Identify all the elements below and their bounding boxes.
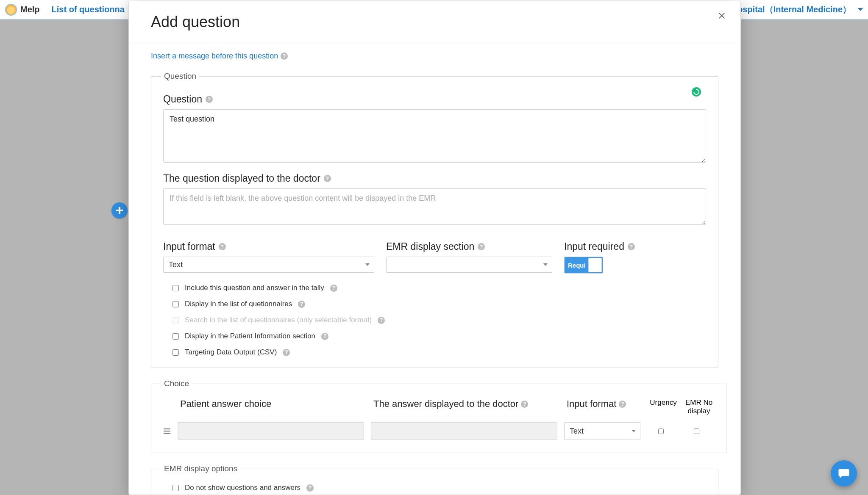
help-icon[interactable]: ?: [324, 175, 331, 182]
question-textarea[interactable]: [163, 109, 706, 163]
choice-header-doctor: The answer displayed to the doctor ?: [373, 398, 560, 409]
add-fab-behind-modal: [111, 202, 128, 218]
checkbox[interactable]: [172, 285, 179, 291]
question-legend: Question: [161, 72, 199, 81]
checkbox[interactable]: [172, 333, 179, 340]
input-format-value: Text: [169, 260, 183, 269]
choice-legend: Choice: [161, 379, 192, 388]
doctor-question-textarea[interactable]: [163, 188, 706, 225]
topbar-hospital-label: Hospital（Internal Medicine）: [732, 4, 851, 15]
choice-header-patient: Patient answer choice: [180, 398, 367, 409]
emr-section-select[interactable]: [386, 257, 552, 273]
chat-icon: [837, 467, 850, 480]
emr-display-options-section: EMR display options Do not show question…: [151, 464, 718, 495]
close-icon: [718, 11, 726, 20]
help-icon[interactable]: ?: [330, 285, 337, 292]
chat-fab[interactable]: [831, 460, 857, 487]
brand: Melp: [5, 4, 40, 16]
emr-section-label-row: EMR display section ?: [386, 241, 552, 252]
help-icon[interactable]: ?: [321, 333, 328, 340]
choice-header-urgency: Urgency: [650, 398, 677, 407]
help-icon[interactable]: ?: [619, 401, 626, 408]
emr-options-legend: EMR display options: [161, 464, 240, 473]
check-label: Search in the list of questionnaires (on…: [185, 316, 372, 324]
checkbox[interactable]: [172, 349, 179, 356]
doctor-answer-input[interactable]: [371, 422, 557, 440]
divider: [129, 42, 740, 42]
check-display-in-list[interactable]: Display in the list of quetionnaires ?: [172, 300, 706, 308]
help-icon[interactable]: ?: [306, 484, 314, 492]
help-icon[interactable]: ?: [219, 243, 226, 250]
help-icon[interactable]: ?: [206, 96, 213, 103]
add-question-modal: Add question Insert a message before thi…: [128, 1, 741, 495]
choice-row: Text: [163, 420, 714, 442]
toggle-knob: [588, 258, 602, 272]
chevron-down-icon: [858, 8, 863, 11]
choice-header-row: Patient answer choice The answer display…: [163, 396, 714, 420]
question-label: Question: [163, 94, 202, 105]
brand-icon: [5, 4, 17, 16]
topbar-hospital-dropdown[interactable]: Hospital（Internal Medicine）: [732, 4, 863, 15]
chevron-down-icon: [365, 263, 370, 266]
question-options-checks: Include this question and answer in the …: [163, 284, 706, 357]
question-label-row: Question ?: [163, 94, 706, 105]
drag-handle-icon[interactable]: [163, 429, 171, 434]
check-label: Targeting Data Output (CSV): [185, 348, 277, 357]
input-required-label: Input required: [564, 241, 624, 252]
choice-header-input-format: Input format ?: [567, 398, 643, 409]
close-button[interactable]: [716, 10, 728, 22]
emr-section-label: EMR display section: [386, 241, 474, 252]
doctor-question-label-row: The question displayed to the doctor ?: [163, 173, 706, 184]
check-targeting-csv[interactable]: Targeting Data Output (CSV) ?: [172, 348, 706, 357]
input-required-label-row: Input required ?: [564, 241, 706, 252]
brand-text: Melp: [20, 5, 40, 14]
check-search-in-list: Search in the list of questionnaires (on…: [172, 316, 706, 324]
input-format-label: Input format: [163, 241, 215, 252]
help-icon[interactable]: ?: [298, 301, 305, 308]
help-icon[interactable]: ?: [628, 243, 635, 250]
help-icon[interactable]: ?: [378, 317, 385, 324]
check-do-not-show-qa[interactable]: Do not show questions and answers ?: [172, 484, 706, 492]
emr-nodisplay-checkbox[interactable]: [694, 429, 699, 434]
input-format-label-row: Input format ?: [163, 241, 374, 252]
urgency-checkbox[interactable]: [658, 429, 664, 434]
checkbox[interactable]: [172, 301, 179, 307]
input-required-toggle[interactable]: Requi: [564, 257, 603, 274]
choice-section: Choice Patient answer choice The answer …: [151, 379, 726, 453]
question-section: Question Question ? The question display…: [151, 72, 718, 368]
patient-answer-input[interactable]: [178, 422, 364, 440]
check-include-in-tally[interactable]: Include this question and answer in the …: [172, 284, 706, 292]
check-label: Display in the Patient Information secti…: [185, 332, 315, 340]
chevron-down-icon: [543, 263, 548, 266]
checkbox: [172, 317, 179, 324]
grammarly-icon[interactable]: [692, 87, 701, 97]
choice-input-format-select[interactable]: Text: [564, 422, 640, 440]
doctor-question-label: The question displayed to the doctor: [163, 173, 320, 184]
input-format-select[interactable]: Text: [163, 257, 374, 273]
insert-message-link[interactable]: Insert a message before this question ?: [151, 52, 288, 61]
chevron-down-icon: [632, 430, 636, 432]
help-icon[interactable]: ?: [281, 53, 288, 60]
nav-list-of-questionnaires[interactable]: List of questionna: [52, 5, 125, 14]
help-icon[interactable]: ?: [521, 401, 528, 408]
insert-message-label: Insert a message before this question: [151, 52, 278, 61]
help-icon[interactable]: ?: [478, 243, 485, 250]
check-label: Display in the list of quetionnaires: [185, 300, 292, 308]
choice-input-format-value: Text: [570, 427, 584, 436]
modal-title: Add question: [151, 13, 718, 31]
input-required-toggle-label: Requi: [568, 262, 586, 269]
help-icon[interactable]: ?: [283, 349, 290, 356]
check-label: Include this question and answer in the …: [185, 284, 324, 292]
check-label: Do not show questions and answers: [185, 484, 300, 492]
choice-header-emr-nodisplay: EMR No display: [684, 398, 714, 415]
check-display-patient-info[interactable]: Display in the Patient Information secti…: [172, 332, 706, 340]
checkbox[interactable]: [172, 485, 179, 491]
